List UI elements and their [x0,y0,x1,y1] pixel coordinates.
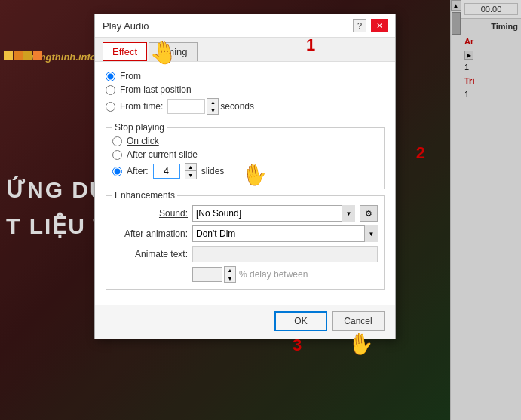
dialog-tabs: Effect Timing 1 [95,38,395,61]
after-radio[interactable] [112,167,122,176]
after-up-btn[interactable]: ▲ [185,164,196,171]
from-time-label[interactable]: From time: [120,101,163,112]
time-up-btn[interactable]: ▲ [207,99,218,106]
from-beginning-label[interactable]: From [120,71,141,81]
enhancements-box: Enhancements Sound: [No Sound] ▼ ⚙ After… [106,195,385,290]
animate-text-input[interactable] [192,246,378,262]
sound-settings-btn[interactable]: ⚙ [360,205,378,222]
from-time-radio[interactable] [106,102,115,112]
enhancements-title: Enhancements [112,190,177,201]
from-time-row: From time: ▲ ▼ seconds [106,98,385,115]
from-time-input[interactable] [167,99,205,114]
sound-select-wrapper: [No Sound] ▼ [192,205,355,222]
dialog-footer: OK Cancel [95,305,395,339]
percent-spinner[interactable]: ▲ ▼ [224,266,236,283]
after-input[interactable] [153,164,180,179]
from-time-spinner[interactable]: ▲ ▼ [207,98,219,115]
stop-playing-group: On click After current slide After: ▲ ▼ … [112,136,378,179]
sound-select[interactable]: [No Sound] [192,205,355,222]
on-click-label[interactable]: On click [127,136,159,146]
after-down-btn[interactable]: ▼ [185,171,196,179]
dialog-titlebar: Play Audio ? ✕ [95,14,395,38]
close-button[interactable]: ✕ [371,19,388,32]
help-button[interactable]: ? [353,19,366,32]
from-beginning-row: From [106,71,385,81]
after-anim-select-wrapper: Don't Dim ▼ [192,225,378,242]
percent-input[interactable] [192,267,222,282]
after-anim-label: After animation: [112,228,188,239]
after-anim-select[interactable]: Don't Dim [192,225,378,242]
tab-effect[interactable]: Effect [103,42,147,61]
from-last-radio[interactable] [106,85,115,95]
stop-playing-title: Stop playing [112,122,167,133]
dialog-content: From From last position From time: ▲ ▼ s… [95,61,395,305]
percent-row: ▲ ▼ % delay between [112,266,378,283]
from-last-row: From last position [106,84,385,95]
pct-down-btn[interactable]: ▼ [225,274,235,282]
badge-1: 1 [306,35,315,55]
seconds-label: seconds [220,101,254,112]
after-current-label[interactable]: After current slide [127,149,198,160]
from-beginning-radio[interactable] [106,72,115,81]
from-last-label[interactable]: From last position [120,84,192,95]
pct-label: % delay between [239,269,308,280]
tab-timing[interactable]: Timing [149,42,198,61]
after-current-radio[interactable] [112,150,122,160]
play-audio-dialog: Play Audio ? ✕ Effect Timing 1 From From… [94,14,396,339]
animate-text-label: Animate text: [112,249,188,259]
animate-text-row: Animate text: [112,246,378,262]
sound-label: Sound: [112,208,188,219]
start-playing-group: From From last position From time: ▲ ▼ s… [106,71,385,115]
stop-playing-box: Stop playing On click After current slid… [106,127,385,189]
after-label[interactable]: After: [127,166,149,176]
dialog-title: Play Audio [103,20,149,32]
pct-up-btn[interactable]: ▲ [225,267,235,274]
on-click-radio[interactable] [112,136,122,146]
after-current-row: After current slide [112,149,378,160]
ok-button[interactable]: OK [274,311,327,331]
after-row: After: ▲ ▼ slides [112,163,378,179]
slides-label: slides [201,166,225,176]
on-click-row: On click [112,136,378,146]
time-down-btn[interactable]: ▼ [207,106,218,114]
dialog-controls: ? ✕ [353,19,388,32]
after-spinner[interactable]: ▲ ▼ [185,163,197,179]
logo-area [4,51,42,60]
cancel-button[interactable]: Cancel [332,311,385,331]
after-anim-row: After animation: Don't Dim ▼ [112,225,378,242]
sound-row: Sound: [No Sound] ▼ ⚙ [112,205,378,222]
